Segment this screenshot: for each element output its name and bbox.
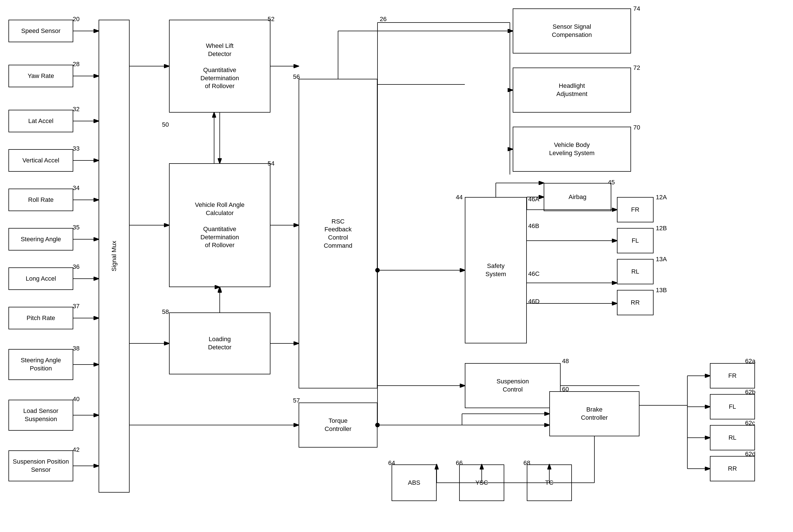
roll-rate-box: Roll Rate [8, 189, 73, 211]
label-20: 20 [73, 16, 79, 23]
label-44: 44 [456, 194, 463, 201]
vehicle-body-leveling-box: Vehicle BodyLeveling System [513, 127, 631, 172]
ysc-box: YSC [459, 464, 504, 501]
label-13A: 13A [656, 255, 667, 263]
pitch-rate-box: Pitch Rate [8, 307, 73, 329]
long-accel-box: Long Accel [8, 267, 73, 290]
diagram: Speed Sensor Yaw Rate Lat Accel Vertical… [0, 0, 793, 532]
label-46A: 46A [528, 196, 539, 203]
label-66: 66 [456, 459, 463, 467]
brake-controller-box: BrakeController [549, 391, 640, 436]
abs-box: ABS [391, 464, 437, 501]
fr-safety-box: FR [617, 197, 653, 222]
fl-wheel-box: FL [710, 394, 755, 419]
safety-system-box: SafetySystem [465, 197, 527, 343]
fl-safety-box: FL [617, 228, 653, 253]
label-28: 28 [73, 60, 79, 68]
steering-angle-position-box: Steering Angle Position [8, 349, 73, 380]
label-74: 74 [633, 5, 640, 13]
label-62b: 62b [745, 388, 756, 396]
label-54: 54 [268, 160, 274, 167]
label-33: 33 [73, 145, 79, 152]
label-38: 38 [73, 345, 79, 352]
label-50: 50 [162, 121, 169, 128]
loading-detector-box: LoadingDetector [169, 312, 271, 374]
label-60: 60 [562, 386, 569, 393]
label-57: 57 [293, 397, 300, 404]
label-32: 32 [73, 106, 79, 113]
label-37: 37 [73, 303, 79, 310]
wheel-lift-detector-box: Wheel LiftDetectorQuantitativeDeterminat… [169, 20, 271, 113]
suspension-position-sensor-box: Suspension Position Sensor [8, 450, 73, 481]
label-48: 48 [562, 358, 569, 365]
label-46D: 46D [528, 298, 539, 305]
label-64: 64 [388, 459, 395, 467]
label-46C: 46C [528, 270, 539, 278]
yaw-rate-box: Yaw Rate [8, 65, 73, 87]
label-36: 36 [73, 263, 79, 270]
label-68: 68 [523, 459, 530, 467]
suspension-control-box: SuspensionControl [465, 363, 560, 408]
rr-wheel-box: RR [710, 456, 755, 481]
label-42: 42 [73, 446, 79, 454]
label-13B: 13B [656, 287, 667, 294]
label-62a: 62a [745, 358, 756, 365]
headlight-adjustment-box: HeadlightAdjustment [513, 68, 631, 113]
label-62d: 62d [745, 450, 756, 458]
rsc-feedback-box: RSCFeedbackControlCommand [299, 79, 377, 388]
sensor-signal-compensation-box: Sensor SignalCompensation [513, 8, 631, 54]
label-56: 56 [293, 73, 300, 80]
speed-sensor-box: Speed Sensor [8, 20, 73, 42]
label-35: 35 [73, 224, 79, 231]
signal-mux-box: Signal Mux [98, 20, 130, 493]
label-62c: 62c [745, 419, 755, 427]
label-12B: 12B [656, 225, 667, 232]
label-52: 52 [268, 16, 274, 23]
lat-accel-box: Lat Accel [8, 110, 73, 132]
label-40: 40 [73, 396, 79, 403]
fr-wheel-box: FR [710, 363, 755, 388]
load-sensor-suspension-box: Load Sensor Suspension [8, 400, 73, 431]
airbag-box: Airbag [544, 183, 611, 211]
label-70: 70 [633, 124, 640, 131]
vertical-accel-box: Vertical Accel [8, 149, 73, 172]
rl-wheel-box: RL [710, 425, 755, 450]
steering-angle-box: Steering Angle [8, 228, 73, 250]
label-26: 26 [380, 16, 387, 23]
rr-safety-box: RR [617, 290, 653, 315]
label-58: 58 [162, 308, 169, 316]
label-45: 45 [608, 179, 615, 186]
label-12A: 12A [656, 194, 667, 201]
label-34: 34 [73, 184, 79, 192]
label-46B: 46B [528, 222, 539, 230]
vehicle-roll-angle-box: Vehicle Roll AngleCalculatorQuantitative… [169, 163, 271, 287]
rl-safety-box: RL [617, 259, 653, 284]
torque-controller-box: TorqueController [299, 402, 377, 448]
label-72: 72 [633, 64, 640, 72]
tc-box: TC [527, 464, 572, 501]
